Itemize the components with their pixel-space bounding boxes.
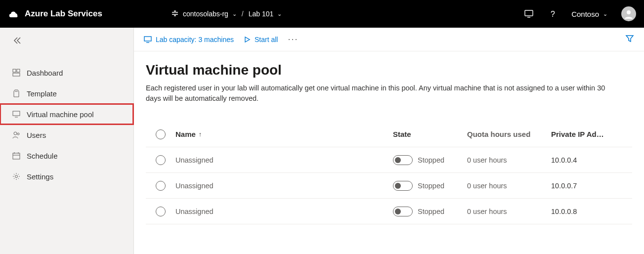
chevron-down-icon: ⌄ xyxy=(277,11,282,17)
svg-point-10 xyxy=(17,133,19,135)
page-title: Virtual machine pool xyxy=(146,62,632,78)
sort-asc-icon: ↑ xyxy=(199,130,202,138)
column-select-all[interactable] xyxy=(146,129,175,139)
svg-point-9 xyxy=(14,132,17,135)
user-label: Contoso xyxy=(571,10,599,18)
column-header-quota[interactable]: Quota hours used xyxy=(467,130,551,138)
calendar-icon xyxy=(12,151,21,160)
resource-group-icon xyxy=(171,9,179,19)
sidebar-item-users[interactable]: Users xyxy=(0,125,133,145)
sidebar-item-template[interactable]: Template xyxy=(0,83,133,104)
cell-quota: 0 user hours xyxy=(467,156,551,164)
power-toggle[interactable] xyxy=(393,181,413,191)
user-dropdown[interactable]: Contoso ⌄ xyxy=(571,10,607,18)
row-select[interactable] xyxy=(146,181,175,191)
breadcrumb: contosolabs-rg ⌄ / Lab 101 ⌄ xyxy=(171,9,524,19)
cell-ip: 10.0.0.4 xyxy=(551,156,632,164)
users-icon xyxy=(12,130,21,139)
breadcrumb-rg-label: contosolabs-rg xyxy=(183,10,228,18)
table-row[interactable]: UnassignedStopped0 user hours10.0.0.4 xyxy=(146,147,632,173)
sidebar: Dashboard Template Virtual machine pool … xyxy=(0,28,134,254)
cell-state: Stopped xyxy=(393,155,467,165)
cell-state: Stopped xyxy=(393,207,467,216)
column-name-label: Name xyxy=(175,130,196,138)
svg-rect-16 xyxy=(144,37,151,41)
lab-capacity-label: Lab capacity: 3 machines xyxy=(156,36,234,43)
cell-quota: 0 user hours xyxy=(467,208,551,215)
svg-rect-5 xyxy=(17,69,20,72)
cell-quota: 0 user hours xyxy=(467,182,551,190)
cell-ip: 10.0.0.7 xyxy=(551,182,632,190)
dashboard-icon xyxy=(12,68,21,77)
vm-table: Name ↑ State Quota hours used Private IP… xyxy=(146,122,632,224)
svg-rect-4 xyxy=(13,69,16,72)
lab-capacity-button[interactable]: Lab capacity: 3 machines xyxy=(144,36,234,43)
more-menu-button[interactable]: ··· xyxy=(288,34,298,44)
state-label: Stopped xyxy=(418,182,444,190)
start-all-label: Start all xyxy=(255,36,278,43)
chevron-down-icon: ⌄ xyxy=(603,11,607,17)
sidebar-item-dashboard[interactable]: Dashboard xyxy=(0,62,133,83)
logo-area: Azure Lab Services xyxy=(8,8,171,20)
svg-rect-0 xyxy=(525,10,533,16)
power-toggle[interactable] xyxy=(393,155,413,165)
cell-ip: 10.0.0.8 xyxy=(551,208,632,215)
sidebar-item-label: Settings xyxy=(27,172,53,181)
table-row[interactable]: UnassignedStopped0 user hours10.0.0.8 xyxy=(146,199,632,224)
azure-cloud-icon xyxy=(8,8,20,20)
row-select[interactable] xyxy=(146,155,175,165)
sidebar-item-vmpool[interactable]: Virtual machine pool xyxy=(0,104,133,125)
cell-name: Unassigned xyxy=(175,182,393,190)
row-select[interactable] xyxy=(146,207,175,216)
sidebar-item-label: Dashboard xyxy=(27,69,63,77)
sidebar-item-label: Users xyxy=(27,131,46,139)
state-label: Stopped xyxy=(418,156,444,164)
page-description: Each registered user in your lab will au… xyxy=(146,83,620,104)
chevron-down-icon: ⌄ xyxy=(232,11,237,17)
sidebar-item-label: Virtual machine pool xyxy=(27,110,94,119)
svg-rect-6 xyxy=(13,73,20,76)
svg-point-3 xyxy=(627,10,631,14)
help-icon[interactable]: ? xyxy=(548,9,558,19)
sidebar-item-settings[interactable]: Settings xyxy=(0,166,133,187)
state-label: Stopped xyxy=(418,208,444,215)
sidebar-item-schedule[interactable]: Schedule xyxy=(0,145,133,166)
table-body: UnassignedStopped0 user hours10.0.0.4Una… xyxy=(146,147,632,224)
cell-name: Unassigned xyxy=(175,208,393,215)
top-bar: Azure Lab Services contosolabs-rg ⌄ / La… xyxy=(0,0,644,28)
table-row[interactable]: UnassignedStopped0 user hours10.0.0.7 xyxy=(146,173,632,199)
avatar[interactable] xyxy=(621,6,636,21)
breadcrumb-lab[interactable]: Lab 101 ⌄ xyxy=(249,10,282,18)
breadcrumb-lab-label: Lab 101 xyxy=(249,10,274,18)
column-header-state[interactable]: State xyxy=(393,130,467,138)
column-header-ip[interactable]: Private IP Ad… xyxy=(551,130,632,138)
product-name: Azure Lab Services xyxy=(25,9,102,19)
header-right: ? Contoso ⌄ xyxy=(524,6,636,21)
svg-rect-7 xyxy=(13,111,20,116)
column-state-label: State xyxy=(393,130,411,138)
main: Lab capacity: 3 machines Start all ··· V… xyxy=(134,28,644,254)
column-header-name[interactable]: Name ↑ xyxy=(175,130,393,138)
svg-text:?: ? xyxy=(551,10,555,18)
cell-state: Stopped xyxy=(393,181,467,191)
power-toggle[interactable] xyxy=(393,207,413,216)
svg-rect-11 xyxy=(13,153,20,159)
column-quota-label: Quota hours used xyxy=(467,130,530,138)
table-header-row: Name ↑ State Quota hours used Private IP… xyxy=(146,122,632,147)
command-bar: Lab capacity: 3 machines Start all ··· xyxy=(134,28,644,51)
breadcrumb-separator: / xyxy=(242,10,244,18)
cell-name: Unassigned xyxy=(175,156,393,164)
monitor-icon xyxy=(12,110,21,119)
template-icon xyxy=(12,89,21,98)
svg-point-15 xyxy=(15,175,18,178)
sidebar-collapse-button[interactable] xyxy=(0,28,133,53)
monitor-icon[interactable] xyxy=(524,9,534,19)
body: Dashboard Template Virtual machine pool … xyxy=(0,28,644,254)
column-ip-label: Private IP Ad… xyxy=(551,130,604,138)
gear-icon xyxy=(12,172,21,181)
sidebar-item-label: Schedule xyxy=(27,152,58,160)
sidebar-nav: Dashboard Template Virtual machine pool … xyxy=(0,53,133,187)
start-all-button[interactable]: Start all xyxy=(244,36,278,43)
breadcrumb-resource-group[interactable]: contosolabs-rg ⌄ xyxy=(171,9,237,19)
filter-button[interactable] xyxy=(625,34,634,45)
